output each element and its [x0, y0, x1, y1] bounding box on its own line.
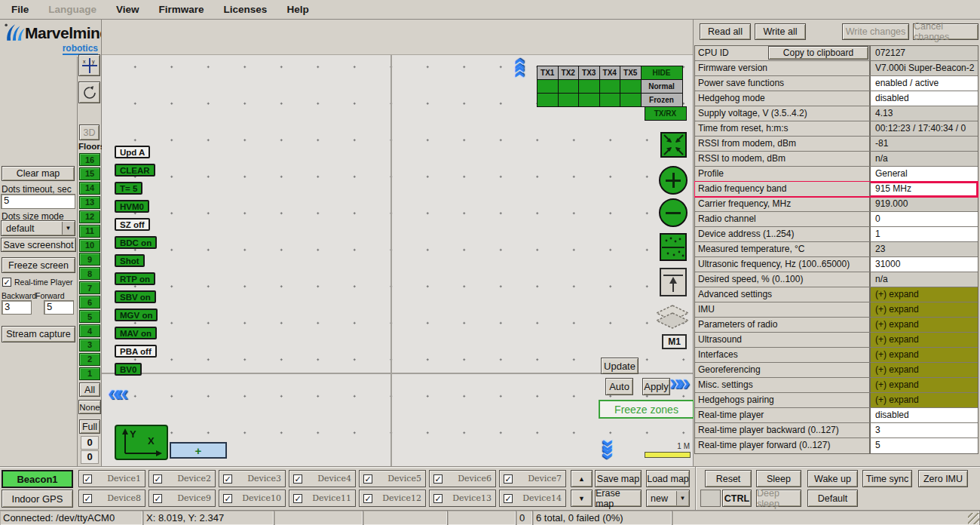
device-checkbox[interactable]: ✓: [83, 494, 92, 503]
menu-item-licenses[interactable]: Licenses: [214, 2, 277, 17]
map-button-mav-on[interactable]: MAV on: [115, 327, 157, 339]
dots-size-select[interactable]: default ▼: [1, 220, 75, 236]
device-toggle-device4[interactable]: ✓Device4: [289, 470, 356, 487]
parameter-value[interactable]: 1: [871, 227, 978, 241]
map-area[interactable]: Upd ACLEART= 5HVM0SZ offBDC onShotRTP on…: [102, 20, 694, 466]
forward-input[interactable]: 5: [44, 300, 74, 315]
floor-button-5[interactable]: 5: [79, 310, 100, 323]
collapse-left-icon[interactable]: ««: [108, 383, 124, 403]
tx-header-tx3[interactable]: TX3: [578, 66, 600, 80]
device-toggle-device8[interactable]: ✓Device8: [78, 490, 145, 507]
parameter-value[interactable]: 5: [871, 438, 978, 453]
view-3d-button[interactable]: 3D: [79, 124, 100, 140]
freeze-zones-button[interactable]: Freeze zones: [599, 400, 694, 419]
parameter-value[interactable]: 915 MHz: [871, 182, 978, 196]
floor-button-13[interactable]: 13: [79, 196, 100, 209]
map-button-bdc-on[interactable]: BDC on: [115, 236, 157, 249]
device-toggle-device7[interactable]: ✓Device7: [499, 470, 566, 487]
save-screenshot-button[interactable]: Save screenshot: [1, 238, 76, 252]
m1-button[interactable]: M1: [662, 334, 687, 349]
tx-cell-2-3[interactable]: [578, 93, 600, 107]
write-all-button[interactable]: Write all: [755, 23, 806, 40]
device-toggle-device11[interactable]: ✓Device11: [289, 490, 356, 507]
tx-header-tx5[interactable]: TX5: [620, 66, 642, 80]
tx-cell-1-5[interactable]: [620, 79, 642, 94]
tx-frozen-button[interactable]: Frozen: [641, 93, 683, 107]
parameter-value[interactable]: (+) expand: [871, 287, 978, 302]
parameter-value[interactable]: (+) expand: [871, 393, 978, 407]
add-submap-button[interactable]: +: [170, 442, 227, 459]
rotate-icon[interactable]: [78, 81, 100, 103]
floor-button-4[interactable]: 4: [79, 324, 100, 337]
stream-capture-button[interactable]: Stream capture: [2, 326, 75, 342]
device-checkbox[interactable]: ✓: [153, 474, 162, 484]
tx-cell-1-2[interactable]: [558, 79, 580, 94]
device-checkbox[interactable]: ✓: [433, 494, 443, 503]
expand-right-icon[interactable]: »»: [669, 373, 685, 392]
device-checkbox[interactable]: ✓: [223, 494, 232, 503]
freeze-screen-button[interactable]: Freeze screen: [2, 257, 75, 273]
tx-header-tx4[interactable]: TX4: [599, 66, 621, 80]
tx-cell-1-1[interactable]: [537, 79, 559, 94]
floors-none-button[interactable]: None: [78, 400, 101, 414]
tx-cell-2-5[interactable]: [620, 93, 642, 107]
device-checkbox[interactable]: ✓: [293, 494, 302, 503]
device-checkbox[interactable]: ✓: [504, 494, 513, 503]
beacon-tab[interactable]: Beacon1: [2, 470, 73, 488]
dots-display-icon[interactable]: [660, 233, 687, 264]
tx-hide-button[interactable]: HIDE: [641, 66, 683, 80]
menu-item-help[interactable]: Help: [277, 2, 318, 17]
tx-txrx-button[interactable]: TX/RX: [645, 106, 687, 121]
collapse-up-icon[interactable]: »»: [508, 62, 528, 78]
map-button-pba-off[interactable]: PBA off: [115, 345, 157, 358]
copy-to-clipboard-button[interactable]: Copy to clipboard: [768, 46, 868, 60]
menu-item-view[interactable]: View: [106, 2, 149, 17]
erase-map-button[interactable]: Erase map: [595, 490, 642, 507]
floor-button-12[interactable]: 12: [79, 210, 100, 223]
device-toggle-device9[interactable]: ✓Device9: [149, 490, 216, 507]
floors-all-button[interactable]: All: [79, 382, 100, 397]
map-button-sbv-on[interactable]: SBV on: [115, 290, 156, 303]
device-checkbox[interactable]: ✓: [223, 474, 232, 484]
device-toggle-device12[interactable]: ✓Device12: [359, 490, 426, 507]
tx-header-tx2[interactable]: TX2: [558, 66, 580, 80]
indoor-gps-tab[interactable]: Indoor GPS: [2, 490, 73, 508]
parameter-value[interactable]: (+) expand: [871, 333, 978, 347]
realtime-player-checkbox[interactable]: ✓: [2, 278, 11, 287]
ctrl-indicator[interactable]: [700, 490, 721, 507]
map-button-bv0[interactable]: BV0: [115, 363, 142, 376]
device-toggle-device5[interactable]: ✓Device5: [359, 470, 426, 487]
parameter-value[interactable]: (+) expand: [871, 363, 978, 377]
parameter-value[interactable]: (+) expand: [871, 348, 978, 362]
ctrl-button[interactable]: CTRL: [722, 490, 752, 507]
zero-imu-button[interactable]: Zero IMU: [918, 470, 968, 487]
parameter-value[interactable]: enabled / active: [871, 76, 978, 91]
parameter-value[interactable]: 31000: [871, 257, 978, 272]
tx-cell-2-1[interactable]: [537, 93, 559, 107]
floor-button-11[interactable]: 11: [79, 225, 100, 238]
device-toggle-device1[interactable]: ✓Device1: [78, 470, 145, 487]
floors-layers-icon[interactable]: [654, 303, 691, 336]
floor-button-8[interactable]: 8: [79, 267, 100, 280]
map-button-upd-a[interactable]: Upd A: [115, 146, 150, 158]
tx-cell-1-4[interactable]: [599, 79, 621, 94]
parameter-value[interactable]: (+) expand: [871, 378, 978, 392]
chevron-down-icon[interactable]: ▼: [676, 491, 688, 505]
read-all-button[interactable]: Read all: [700, 23, 751, 40]
device-checkbox[interactable]: ✓: [363, 474, 372, 484]
device-checkbox[interactable]: ✓: [504, 474, 513, 484]
parameter-value[interactable]: General: [871, 167, 978, 181]
parameter-value[interactable]: 0: [871, 212, 978, 226]
update-button[interactable]: Update: [601, 358, 639, 374]
map-select[interactable]: new ▼: [646, 490, 690, 507]
device-toggle-device14[interactable]: ✓Device14: [499, 490, 566, 507]
follow-up-arrow-icon[interactable]: [660, 268, 687, 299]
clear-map-button[interactable]: Clear map: [2, 166, 75, 181]
floor-button-3[interactable]: 3: [79, 339, 100, 352]
floor-button-9[interactable]: 9: [79, 253, 100, 266]
deep-sleep-button[interactable]: Deep sleep: [756, 490, 801, 507]
floor-button-7[interactable]: 7: [79, 281, 100, 294]
time-sync-button[interactable]: Time sync: [862, 470, 912, 487]
device-checkbox[interactable]: ✓: [433, 474, 443, 484]
map-button-t-5[interactable]: T= 5: [115, 182, 142, 195]
